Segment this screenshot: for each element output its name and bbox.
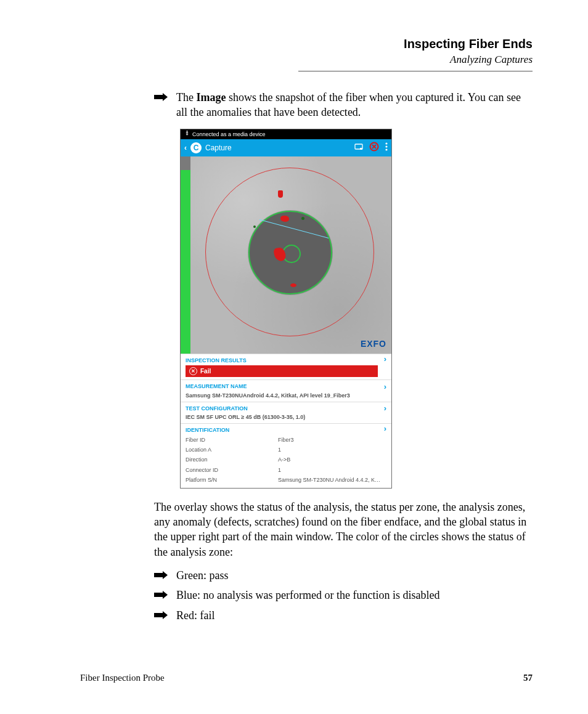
page-title: Inspecting Fiber Ends xyxy=(80,37,533,51)
status-badge-fail: ✕ Fail xyxy=(186,365,378,378)
menu-icon[interactable] xyxy=(385,142,388,153)
section-measurement-name[interactable]: MEASUREMENT NAME Samsung SM-T230NUAndroi… xyxy=(181,379,391,401)
fail-x-icon: ✕ xyxy=(189,367,197,375)
back-icon[interactable]: ‹ xyxy=(184,143,187,153)
status-text: Fail xyxy=(200,367,211,376)
bullet-text: Green: pass xyxy=(176,568,228,583)
table-row: Location A1 xyxy=(186,445,386,455)
svg-point-5 xyxy=(385,143,387,145)
chevron-right-icon: › xyxy=(384,423,386,434)
text-fragment: The xyxy=(176,91,196,103)
app-screenshot: Connected as a media device ‹ C Capture xyxy=(180,129,392,489)
zone-status-bar xyxy=(181,156,190,354)
app-logo: C xyxy=(190,142,202,153)
section-value: IEC SM SF UPC ORL ≥ 45 dB (61300-3-35, 1… xyxy=(186,414,305,420)
page-subtitle: Analyzing Captures xyxy=(80,54,533,66)
arrow-icon xyxy=(154,90,168,120)
bullet-item: The Image shows the snapshot of the fibe… xyxy=(154,90,533,120)
arrow-icon xyxy=(154,568,168,583)
table-row: Connector ID1 xyxy=(186,465,386,475)
svg-marker-8 xyxy=(154,571,168,579)
table-row: Fiber IDFiber3 xyxy=(186,435,386,445)
section-label: MEASUREMENT NAME xyxy=(186,383,384,390)
section-label: INSPECTION RESULTS xyxy=(186,357,247,363)
save-icon[interactable] xyxy=(354,142,363,153)
section-inspection-results[interactable]: INSPECTION RESULTS › xyxy=(181,354,391,364)
overlay-paragraph: The overlay shows the status of the anal… xyxy=(154,500,533,559)
table-row: DirectionA->B xyxy=(186,455,386,465)
brand-watermark: EXFO xyxy=(361,338,386,350)
svg-marker-10 xyxy=(154,611,168,619)
svg-point-6 xyxy=(385,146,387,148)
svg-marker-9 xyxy=(154,591,168,599)
bullet-item: Green: pass xyxy=(154,568,533,583)
header-rule xyxy=(298,71,533,71)
bullet-text: The Image shows the snapshot of the fibe… xyxy=(176,90,533,120)
fiber-image: EXFO xyxy=(181,156,391,354)
identification-body: Fiber IDFiber3 Location A1 DirectionA->B… xyxy=(181,434,391,488)
text-fragment: shows the snapshot of the fiber when you… xyxy=(176,91,521,118)
defect-marker xyxy=(280,216,289,222)
section-label: IDENTIFICATION xyxy=(186,427,229,433)
notification-text: Connected as a media device xyxy=(192,131,266,138)
chevron-right-icon: › xyxy=(384,381,386,392)
table-row: Platform S/NSamsung SM-T230NU Android 4.… xyxy=(186,475,386,485)
section-value: Samsung SM-T230NUAndroid 4.4.2, Kitkat, … xyxy=(186,392,350,399)
defect-marker xyxy=(290,283,296,287)
fail-status-icon xyxy=(369,142,379,153)
svg-point-1 xyxy=(187,131,188,132)
page-number: 57 xyxy=(523,673,533,683)
section-test-configuration[interactable]: TEST CONFIGURATION IEC SM SF UPC ORL ≥ 4… xyxy=(181,402,391,423)
bullet-item: Red: fail xyxy=(154,608,533,623)
svg-rect-3 xyxy=(360,148,362,150)
chevron-right-icon: › xyxy=(384,354,386,365)
defect-marker xyxy=(278,190,283,198)
text-bold: Image xyxy=(196,91,226,103)
arrow-icon xyxy=(154,588,168,602)
defect-marker xyxy=(253,225,256,228)
svg-marker-0 xyxy=(154,93,168,101)
svg-point-7 xyxy=(385,149,387,151)
bullet-text: Blue: no analysis was performed or the f… xyxy=(176,588,439,602)
app-bar: ‹ C Capture xyxy=(181,139,391,156)
fiber-cladding xyxy=(248,211,332,294)
usb-icon xyxy=(184,131,190,138)
section-label: TEST CONFIGURATION xyxy=(186,405,384,412)
android-notification-bar: Connected as a media device xyxy=(181,129,391,139)
bullet-text: Red: fail xyxy=(176,608,214,623)
page-footer: Fiber Inspection Probe 57 xyxy=(80,673,533,683)
arrow-icon xyxy=(154,608,168,623)
chevron-right-icon: › xyxy=(384,403,386,414)
section-identification[interactable]: IDENTIFICATION › xyxy=(181,423,391,434)
bullet-item: Blue: no analysis was performed or the f… xyxy=(154,588,533,602)
defect-marker xyxy=(301,217,304,220)
appbar-title: Capture xyxy=(205,143,351,153)
footer-left: Fiber Inspection Probe xyxy=(80,673,165,683)
